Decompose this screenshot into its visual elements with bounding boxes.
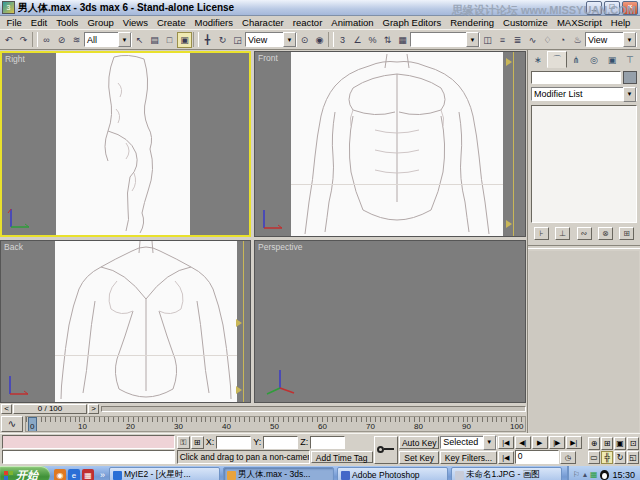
show-end-result-button[interactable]: ⊥	[555, 227, 570, 240]
configure-modifier-sets-button[interactable]: ⊞	[619, 227, 634, 240]
quicklaunch-media-player-icon[interactable]: ◉	[54, 469, 66, 480]
start-button[interactable]: 开始	[0, 466, 50, 480]
schematic-view-icon[interactable]: ♢	[540, 32, 555, 48]
angle-snap-icon[interactable]: ∠	[350, 32, 365, 48]
chevron-icon[interactable]: »	[98, 470, 107, 480]
x-coordinate-field[interactable]	[216, 436, 251, 449]
menu-tools[interactable]: Tools	[52, 17, 83, 28]
mirror-icon[interactable]: ◫	[480, 32, 495, 48]
key-filters-button[interactable]: Key Filters...	[440, 451, 497, 464]
select-and-scale-icon[interactable]: ◲	[230, 32, 245, 48]
menu-maxscript[interactable]: MAXScript	[552, 17, 606, 28]
listener-pane[interactable]	[2, 450, 175, 464]
menu-create[interactable]: Create	[152, 17, 190, 28]
next-frame-button[interactable]: |▶	[549, 436, 565, 449]
z-coordinate-field[interactable]	[310, 436, 345, 449]
menu-file[interactable]: File	[2, 17, 26, 28]
select-and-move-icon[interactable]: ╋	[200, 32, 215, 48]
use-center-icon[interactable]: ⊙	[297, 32, 312, 48]
go-to-end-button[interactable]: ▶|	[566, 436, 582, 449]
spinner-snap-icon[interactable]: ⇅	[380, 32, 395, 48]
zoom-icon[interactable]: ⊕	[588, 437, 600, 450]
render-scene-icon[interactable]: ♨	[570, 32, 585, 48]
play-button[interactable]: ▶	[532, 436, 548, 449]
taskbar-task[interactable]: Adobe Photoshop	[337, 467, 448, 480]
select-and-manipulate-icon[interactable]: ◉	[312, 32, 327, 48]
material-editor-icon[interactable]: ◔	[555, 32, 570, 48]
layer-manager-icon[interactable]: ≣	[510, 32, 525, 48]
time-slider-handle[interactable]: 0 / 100	[13, 404, 87, 414]
object-name-field[interactable]	[531, 71, 621, 84]
zoom-extents-all-icon[interactable]: ⊡	[627, 437, 639, 450]
undo-icon[interactable]: ↶	[1, 32, 16, 48]
viewport-perspective-label[interactable]: Perspective	[258, 242, 302, 252]
select-and-link-icon[interactable]: ∞	[39, 32, 54, 48]
menu-reactor[interactable]: reactor	[288, 17, 327, 28]
unlink-selection-icon[interactable]: ⊘	[54, 32, 69, 48]
time-configuration-button[interactable]: ◷	[560, 451, 576, 464]
viewport-right[interactable]: Right	[0, 51, 251, 237]
curve-editor-icon[interactable]: ∿	[525, 32, 540, 48]
select-and-rotate-icon[interactable]: ↻	[215, 32, 230, 48]
tab-motion[interactable]: ◎	[585, 51, 603, 68]
set-key-button[interactable]: Set Key	[399, 451, 439, 464]
track-bar-ruler[interactable]: 0102030405060708090100	[25, 416, 526, 432]
selected-plane-edge[interactable]	[243, 241, 244, 402]
select-by-name-icon[interactable]: ▤	[147, 32, 162, 48]
add-time-tag-button[interactable]: Add Time Tag	[311, 451, 373, 463]
set-keys-button[interactable]	[374, 436, 399, 464]
modifier-stack-list[interactable]	[531, 105, 637, 223]
menu-customize[interactable]: Customize	[499, 17, 553, 28]
named-selection-dropdown[interactable]: ▼	[410, 32, 480, 47]
remove-modifier-button[interactable]: ⊗	[598, 227, 613, 240]
tab-display[interactable]: ▣	[603, 51, 621, 68]
align-icon[interactable]: ≡	[495, 32, 510, 48]
pan-icon[interactable]: ╬	[601, 451, 613, 464]
previous-frame-button[interactable]: ◀|	[515, 436, 531, 449]
tray-network-icon[interactable]: ▦	[590, 470, 598, 480]
selection-region-icon[interactable]: □	[162, 32, 177, 48]
window-crossing-icon[interactable]: ▣	[177, 32, 192, 48]
zoom-all-icon[interactable]: ⊞	[601, 437, 613, 450]
time-slider-prev-button[interactable]: <	[1, 404, 12, 414]
tray-arrow-icon[interactable]: ▴	[583, 470, 587, 480]
menu-animation[interactable]: Animation	[327, 17, 378, 28]
time-slider-next-button[interactable]: >	[88, 404, 99, 414]
viewport-perspective[interactable]: Perspective	[254, 240, 526, 403]
bind-to-space-warp-icon[interactable]: ≋	[69, 32, 84, 48]
menu-graph-editors[interactable]: Graph Editors	[378, 17, 446, 28]
key-mode-toggle[interactable]: |◀	[498, 451, 514, 464]
close-button[interactable]: ×	[622, 1, 638, 15]
menu-character[interactable]: Character	[238, 17, 289, 28]
reference-coordinate-dropdown[interactable]: View▼	[245, 32, 297, 47]
viewport-back-label[interactable]: Back	[4, 242, 23, 252]
quicklaunch-app-icon[interactable]: ▦	[82, 469, 94, 480]
pin-stack-button[interactable]: ⊦	[534, 227, 549, 240]
time-slider-groove[interactable]	[101, 406, 526, 412]
selection-filter-dropdown[interactable]: All▼	[84, 32, 132, 47]
menu-group[interactable]: Group	[83, 17, 118, 28]
tray-flag-icon[interactable]: ⚐	[573, 470, 580, 480]
snap-toggle-3d-icon[interactable]: 3	[335, 32, 350, 48]
current-frame-field[interactable]: 0	[515, 450, 559, 464]
object-color-swatch[interactable]	[623, 71, 637, 84]
menu-help[interactable]: Help	[606, 17, 635, 28]
absolute-offset-toggle[interactable]: ⊞	[191, 436, 204, 449]
key-selection-dropdown[interactable]: Selected ▼	[440, 436, 497, 449]
quicklaunch-browser-icon[interactable]: e	[68, 469, 80, 480]
selection-lock-toggle[interactable]: ⚿	[177, 436, 190, 449]
select-object-icon[interactable]: ↖	[132, 32, 147, 48]
maximize-button[interactable]: □	[604, 1, 620, 15]
viewport-back[interactable]: Back	[0, 240, 251, 403]
open-mini-curve-editor-button[interactable]: ∿	[1, 416, 23, 432]
minimize-button[interactable]: _	[586, 1, 602, 15]
tab-hierarchy[interactable]: ⋔	[567, 51, 585, 68]
redo-icon[interactable]: ↷	[16, 32, 31, 48]
zoom-extents-icon[interactable]: ▣	[614, 437, 626, 450]
arc-rotate-icon[interactable]: ↻	[614, 451, 626, 464]
menu-modifiers[interactable]: Modifiers	[190, 17, 238, 28]
named-selection-sets-icon[interactable]: ▦	[395, 32, 410, 48]
taskbar-task[interactable]: 男人体.max - 3ds...	[223, 467, 334, 480]
render-type-dropdown[interactable]: View▼	[585, 32, 637, 47]
menu-views[interactable]: Views	[118, 17, 152, 28]
